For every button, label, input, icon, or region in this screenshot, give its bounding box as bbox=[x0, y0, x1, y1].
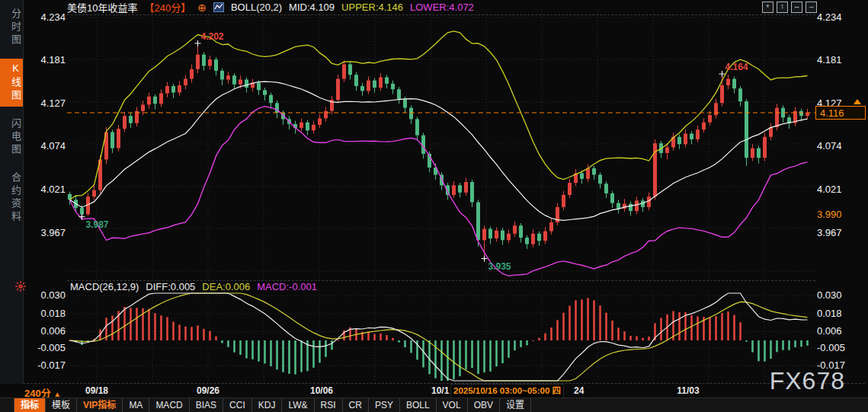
indicator-toolbar: 指标模板VIP指标MAMACDBIASCCIKDJLW&RSICRPSYBOLL… bbox=[0, 398, 868, 412]
macd-y-label: 0.018 bbox=[24, 308, 66, 320]
macd-y-label: 0.006 bbox=[817, 325, 866, 337]
toolbar-button-VOL[interactable]: VOL bbox=[437, 398, 468, 412]
indicator-burst-icon[interactable] bbox=[15, 281, 26, 292]
main-y-label: 4.181 bbox=[24, 54, 66, 66]
selected-candle-datetime: 2025/10/16 03:00~05:00 四 bbox=[450, 384, 564, 398]
x-axis-label: 09/18 bbox=[85, 385, 108, 396]
toolbar-button-指标[interactable]: 指标 bbox=[14, 398, 46, 412]
main-y-label: 4.234 bbox=[24, 11, 66, 24]
svg-text:3.935: 3.935 bbox=[488, 261, 511, 272]
svg-text:4.202: 4.202 bbox=[201, 31, 224, 42]
toolbar-button-LW&[interactable]: LW& bbox=[282, 398, 314, 412]
toolbar-button-BIAS[interactable]: BIAS bbox=[190, 398, 223, 412]
price-up-arrow-icon bbox=[854, 99, 861, 104]
toolbar-button-设置[interactable]: 设置 bbox=[500, 398, 531, 412]
toolbar-button-MA[interactable]: MA bbox=[123, 398, 149, 412]
x-axis-label: 10/06 bbox=[310, 385, 333, 396]
toolbar-button-MACD[interactable]: MACD bbox=[149, 398, 189, 412]
macd-y-label: -0.017 bbox=[24, 359, 66, 372]
main-y-label: 4.074 bbox=[24, 140, 66, 152]
toolbar-button-CR[interactable]: CR bbox=[343, 398, 369, 412]
toolbar-button-BOLL[interactable]: BOLL bbox=[400, 398, 437, 412]
sidebar-tab-合约资料[interactable]: 合约资料 bbox=[0, 168, 23, 228]
macd-y-label: 0.018 bbox=[817, 308, 866, 320]
toolbar-button-VIP指标[interactable]: VIP指标 bbox=[77, 398, 123, 412]
macd-y-label: -0.005 bbox=[24, 342, 66, 354]
macd-chart[interactable] bbox=[67, 291, 815, 383]
x-axis-label-partial: 24 bbox=[574, 385, 584, 396]
toolbar-button-KDJ[interactable]: KDJ bbox=[252, 398, 283, 412]
toolbar-button-CCI[interactable]: CCI bbox=[223, 398, 252, 412]
macd-y-label: 0.030 bbox=[24, 289, 66, 302]
x-axis-label: 09/26 bbox=[197, 385, 219, 396]
svg-text:4.164: 4.164 bbox=[725, 62, 748, 72]
current-price-tag: 4.116 bbox=[815, 106, 866, 120]
chart-type-sidebar: 分时图K线图闪电图合约资料 bbox=[0, 0, 24, 384]
toolbar-button-OBV[interactable]: OBV bbox=[468, 398, 500, 412]
main-y-label: 3.967 bbox=[24, 227, 66, 239]
trading-app-window: 分时图K线图闪电图合约资料 美债10年收益率 【240分】 ⊕ BOLL(20,… bbox=[0, 0, 868, 412]
sidebar-tab-K线图[interactable]: K线图 bbox=[0, 59, 23, 107]
fx678-watermark: FX678 bbox=[770, 367, 845, 395]
macd-y-label: 0.030 bbox=[817, 289, 866, 302]
toolbar-button-模板[interactable]: 模板 bbox=[46, 398, 77, 412]
macd-y-label: 0.006 bbox=[24, 325, 66, 337]
main-y-label: 4.021 bbox=[817, 184, 866, 196]
main-y-label: 4.127 bbox=[24, 97, 66, 110]
x-axis-label-partial: 10/1 bbox=[431, 385, 449, 396]
macd-y-label: -0.005 bbox=[817, 342, 866, 354]
toolbar-button-RSI[interactable]: RSI bbox=[315, 398, 343, 412]
main-y-label: 4.021 bbox=[24, 184, 66, 196]
sidebar-tab-闪电图[interactable]: 闪电图 bbox=[0, 114, 23, 161]
main-y-label: 4.234 bbox=[817, 11, 866, 24]
candlestick-chart[interactable]: 4.2023.9873.9354.164 bbox=[67, 11, 815, 280]
main-y-label: 4.181 bbox=[817, 54, 866, 66]
svg-text:3.987: 3.987 bbox=[86, 219, 109, 230]
secondary-price-label: 3.990 bbox=[817, 209, 866, 221]
main-y-label: 4.074 bbox=[817, 140, 866, 152]
x-axis-label: 11/03 bbox=[677, 385, 699, 396]
main-y-label: 3.967 bbox=[817, 227, 866, 239]
x-axis: 240分 ▲ 09/18 09/26 10/06 10/1 2025/10/16… bbox=[0, 384, 868, 398]
toolbar-button-PSY[interactable]: PSY bbox=[369, 398, 400, 412]
sidebar-tab-分时图[interactable]: 分时图 bbox=[0, 5, 23, 51]
